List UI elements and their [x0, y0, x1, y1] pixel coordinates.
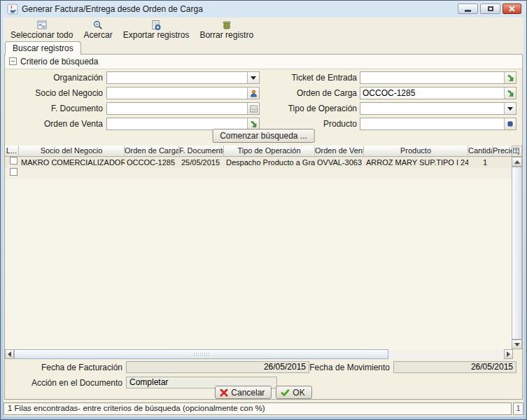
ok-label: OK [293, 388, 304, 398]
organizacion-value [109, 72, 246, 83]
tab-buscar-registros[interactable]: Buscar registros [5, 41, 81, 55]
status-bar: 1 Filas encontradas- entre criterios de … [3, 402, 524, 415]
confirm-button-row: Cancelar OK [5, 386, 522, 399]
cell-tipo-operacion: Despacho Producto a Granel [224, 157, 315, 168]
vertical-scrollbar[interactable] [512, 146, 522, 349]
socio-negocio-field[interactable] [106, 87, 260, 99]
column-header-select[interactable]: L... [5, 146, 19, 157]
tipo-operacion-combo[interactable] [360, 102, 517, 115]
maximize-button[interactable] [480, 4, 500, 14]
select-all-icon [36, 20, 48, 31]
organizacion-label: Organización [5, 71, 103, 84]
tipo-operacion-dropdown-button[interactable] [504, 103, 516, 114]
horizontal-scroll-thumb[interactable] [14, 349, 388, 359]
product-cube-icon [507, 120, 514, 127]
f-documento-value [109, 103, 246, 114]
cancel-x-icon [220, 388, 228, 397]
green-arrow-icon [507, 74, 514, 82]
results-table: L... Socio del Negocio Orden de Carga F.… [5, 146, 513, 349]
cell-orden-carga: OCCOC-1285 [125, 157, 179, 168]
column-header-socio[interactable]: Socio del Negocio [19, 146, 125, 157]
toolbar: Seleccionar todo Acercar [3, 18, 524, 41]
producto-field[interactable] [360, 118, 517, 130]
java-app-icon [7, 4, 18, 15]
vertical-scroll-thumb[interactable] [512, 167, 522, 340]
select-all-label: Seleccionar todo [10, 31, 73, 40]
orden-carga-search-button[interactable] [504, 88, 516, 99]
arrow-right-icon [507, 351, 510, 357]
collapse-toggle[interactable]: − [9, 57, 17, 65]
producto-value [363, 118, 503, 130]
f-documento-field[interactable] [106, 102, 260, 115]
status-message: 1 Filas encontradas- entre criterios de … [3, 402, 512, 415]
chevron-down-icon [507, 107, 513, 111]
producto-lookup-button[interactable] [504, 118, 516, 130]
row-checkbox[interactable] [10, 168, 17, 176]
scroll-left-button[interactable] [5, 349, 14, 359]
ticket-entrada-search-button[interactable] [504, 72, 516, 83]
title-bar[interactable]: Generar Factura/Entrega desde Orden de C… [1, 1, 526, 18]
delete-record-label: Borrar registro [199, 31, 253, 40]
table-row-empty[interactable] [5, 168, 513, 179]
zoom-button[interactable]: Acercar [83, 19, 112, 40]
fecha-movimiento-field[interactable]: 26/05/2015 [393, 361, 517, 373]
column-header-orden-venta[interactable]: Orden de Venta [315, 146, 364, 157]
select-all-button[interactable]: Seleccionar todo [10, 19, 73, 40]
orden-carga-field[interactable]: OCCOC-1285 [360, 87, 517, 99]
search-results-panel: − Criterio de búsqueda Organización Soci… [4, 54, 523, 400]
table-row[interactable]: MAKRO COMERCIALIZADORA, S.A. OCCOC-1285 … [5, 157, 513, 168]
table-settings-button[interactable] [512, 146, 522, 157]
arrow-down-icon [514, 343, 520, 346]
cell-socio: MAKRO COMERCIALIZADORA, S.A. [19, 157, 125, 168]
cancel-button[interactable]: Cancelar [215, 386, 272, 399]
zoom-icon [92, 20, 104, 31]
f-documento-label: F. Documento [5, 102, 103, 115]
cell-producto: ARROZ MARY SUP.TIPO I 24X1 [364, 157, 468, 168]
zoom-label: Acercar [83, 31, 112, 40]
tipo-operacion-label: Tipo de Operación [253, 102, 357, 115]
cell-precio [493, 157, 513, 168]
export-records-button[interactable]: Exportar registros [123, 19, 190, 40]
fecha-movimiento-value: 26/05/2015 [397, 362, 513, 372]
client-area: Seleccionar todo Acercar [3, 18, 524, 416]
fecha-movimiento-label: Fecha de Movimiento [271, 361, 390, 374]
window-title: Generar Factura/Entrega desde Orden de C… [22, 1, 203, 18]
column-header-precio[interactable]: Precio [493, 146, 513, 157]
column-header-producto[interactable]: Producto [364, 146, 468, 157]
ok-button[interactable]: OK [276, 386, 311, 399]
scroll-up-button[interactable] [512, 157, 522, 167]
organizacion-combo[interactable] [106, 71, 260, 84]
scroll-down-button[interactable] [512, 340, 522, 349]
cancel-label: Cancelar [231, 388, 265, 398]
scroll-grip [193, 352, 210, 356]
arrow-left-icon [8, 351, 11, 357]
table-settings-icon [513, 148, 521, 155]
horizontal-scrollbar[interactable] [5, 349, 513, 359]
fecha-facturacion-label: Fecha de Facturación [5, 361, 122, 374]
socio-negocio-label: Socio del Negocio [5, 87, 103, 99]
app-window: Generar Factura/Entrega desde Orden de C… [0, 0, 527, 420]
maximize-icon [488, 6, 493, 11]
close-button[interactable] [503, 4, 521, 14]
socio-negocio-value [109, 88, 246, 99]
export-icon [150, 20, 162, 31]
column-header-cantidad[interactable]: Cantidad [468, 146, 493, 157]
cell-orden-venta: OVVAL-3063 [315, 157, 364, 168]
ticket-entrada-field[interactable] [360, 71, 517, 84]
minimize-button[interactable] [458, 4, 478, 14]
arrow-up-icon [514, 160, 520, 164]
export-records-label: Exportar registros [123, 31, 190, 40]
ticket-entrada-value [363, 72, 503, 83]
orden-venta-value [109, 118, 246, 130]
delete-record-button[interactable]: Borrar registro [199, 19, 253, 40]
scroll-right-button[interactable] [504, 349, 513, 359]
column-header-orden-carga[interactable]: Orden de Carga [125, 146, 179, 157]
column-header-tipo-operacion[interactable]: Tipo de Operación [224, 146, 315, 157]
cell-cantidad: 1 [468, 157, 493, 168]
start-search-button[interactable]: Comenzar búsqueda ... [212, 129, 315, 143]
table-header-row: L... Socio del Negocio Orden de Carga F.… [5, 146, 513, 157]
close-icon [509, 6, 515, 12]
column-header-f-documento[interactable]: F. Documento [179, 146, 224, 157]
row-checkbox[interactable] [10, 157, 17, 164]
orden-venta-label: Orden de Venta [5, 118, 103, 130]
